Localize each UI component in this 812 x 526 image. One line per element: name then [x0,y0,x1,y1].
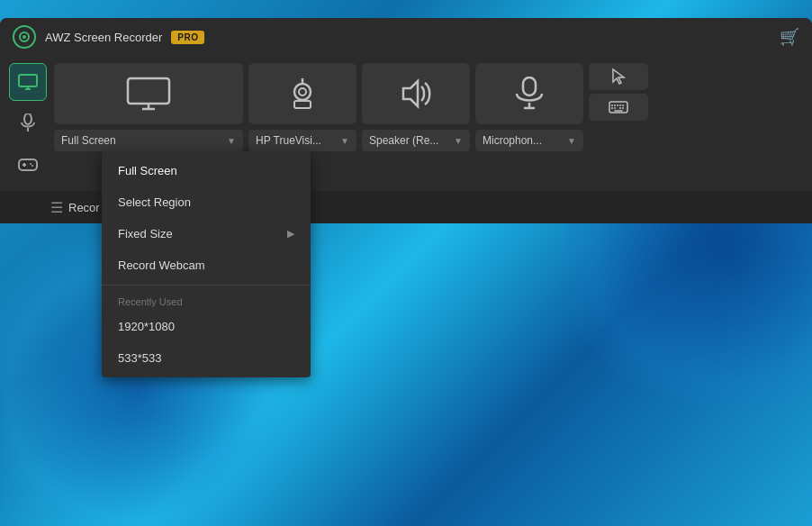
record-button[interactable]: ☰ Recor [50,199,100,216]
app-logo-inner [19,32,30,42]
record-label: Recor [68,201,100,214]
sidebar [9,63,54,184]
menu-item-1920x1080[interactable]: 1920*1080 [102,311,311,342]
svg-point-14 [299,88,306,95]
menu-item-533x533-label: 533*533 [118,351,161,365]
audio-record-icon [20,113,36,133]
screen-dropdown-value: Full Screen [61,134,116,147]
screen-card-icon [126,77,171,111]
menu-divider [102,285,311,286]
svg-rect-0 [19,75,37,86]
app-title: AWZ Screen Recorder [45,31,162,44]
svg-rect-5 [19,159,37,170]
game-record-icon [18,157,38,173]
mic-dropdown-arrow: ▼ [567,136,576,146]
speaker-dropdown[interactable]: Speaker (Re... ▼ [362,130,470,151]
svg-point-13 [294,84,311,100]
cursor-card[interactable] [589,63,648,90]
title-bar: AWZ Screen Recorder PRO 🛒 [0,18,812,56]
fixed-size-submenu-arrow: ▶ [287,228,294,240]
screen-dropdown-menu: Full Screen Select Region Fixed Size ▶ R… [102,151,311,377]
control-cards [54,63,803,124]
speaker-card[interactable] [362,63,470,124]
screen-record-icon [18,74,38,90]
svg-rect-10 [128,78,169,104]
svg-rect-18 [523,77,536,95]
menu-item-fixed-size[interactable]: Fixed Size ▶ [102,218,311,249]
menu-item-select-region[interactable]: Select Region [102,186,311,218]
menu-item-full-screen-label: Full Screen [118,164,177,177]
menu-item-full-screen[interactable]: Full Screen [102,155,311,186]
cursor-icon [609,68,627,86]
mini-cards-stack [589,63,648,124]
screen-dropdown[interactable]: Full Screen ▼ [54,130,243,151]
app-logo-dot [23,35,26,39]
menu-item-record-webcam-label: Record Webcam [118,258,205,272]
webcam-card-icon [285,77,320,111]
webcam-dropdown-arrow: ▼ [340,136,349,146]
svg-point-9 [32,165,33,167]
speaker-dropdown-value: Speaker (Re... [369,134,438,147]
cart-icon[interactable]: 🛒 [780,27,799,47]
mic-dropdown[interactable]: Microphon... ▼ [475,130,583,151]
mic-card-icon [514,77,545,111]
svg-rect-16 [294,101,311,108]
record-icon: ☰ [50,199,63,216]
menu-item-1920x1080-label: 1920*1080 [118,320,175,333]
svg-point-8 [30,163,32,165]
pro-badge: PRO [171,31,204,44]
webcam-dropdown-value: HP TrueVisi... [256,134,321,147]
speaker-dropdown-arrow: ▼ [454,136,463,146]
menu-item-record-webcam[interactable]: Record Webcam [102,249,311,281]
screen-dropdown-arrow: ▼ [227,136,236,146]
menu-item-533x533[interactable]: 533*533 [102,342,311,374]
svg-marker-17 [403,81,418,106]
speaker-card-icon [398,77,434,110]
app-logo [13,25,36,49]
menu-item-fixed-size-label: Fixed Size [118,227,173,240]
mic-dropdown-value: Microphon... [483,134,542,147]
recently-used-label: Recently Used [102,289,311,311]
webcam-dropdown[interactable]: HP TrueVisi... ▼ [248,130,356,151]
webcam-card[interactable] [248,63,356,124]
keyboard-icon [609,101,628,113]
screen-card[interactable] [54,63,243,124]
mic-card[interactable] [475,63,583,124]
keyboard-card[interactable] [589,94,648,121]
sidebar-item-game[interactable] [9,146,47,184]
menu-item-select-region-label: Select Region [118,195,191,209]
sidebar-item-audio[interactable] [9,104,47,142]
svg-point-3 [24,113,32,124]
dropdowns-row: Full Screen ▼ HP TrueVisi... ▼ Speaker (… [54,130,803,151]
sidebar-item-screen[interactable] [9,63,47,101]
